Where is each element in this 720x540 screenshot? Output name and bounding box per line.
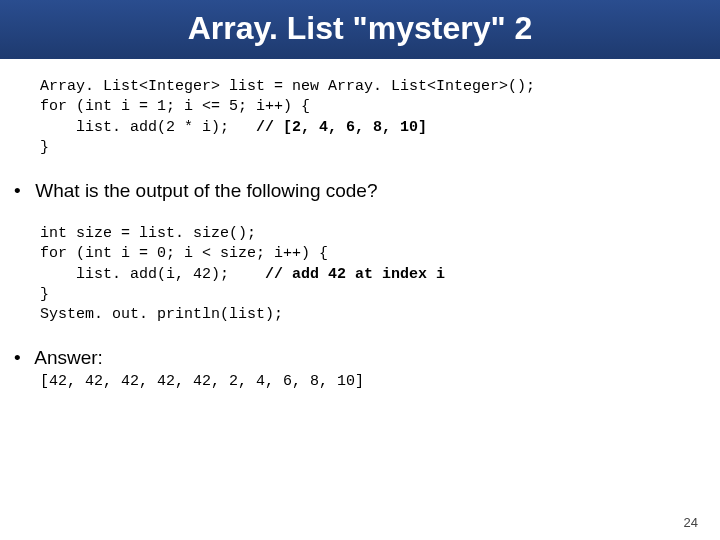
code2-line5: System. out. println(list); bbox=[40, 306, 283, 323]
bullet-icon: • bbox=[14, 347, 30, 369]
code-block-1: Array. List<Integer> list = new Array. L… bbox=[40, 77, 700, 158]
code-block-2: int size = list. size(); for (int i = 0;… bbox=[40, 224, 700, 325]
question-line: • What is the output of the following co… bbox=[14, 180, 720, 202]
page-number: 24 bbox=[684, 515, 698, 530]
code2-comment: // add 42 at index i bbox=[229, 266, 445, 283]
bullet-icon: • bbox=[14, 180, 30, 202]
slide-title: Array. List "mystery" 2 bbox=[0, 0, 720, 59]
code1-line3a: list. add(2 * i); bbox=[40, 119, 229, 136]
code1-line2: for (int i = 1; i <= 5; i++) { bbox=[40, 98, 310, 115]
code1-line1: Array. List<Integer> list = new Array. L… bbox=[40, 78, 535, 95]
code2-line3a: list. add(i, 42); bbox=[40, 266, 229, 283]
code2-line2: for (int i = 0; i < size; i++) { bbox=[40, 245, 328, 262]
code1-comment: // [2, 4, 6, 8, 10] bbox=[229, 119, 427, 136]
answer-line: • Answer: bbox=[14, 347, 720, 369]
answer-value: [42, 42, 42, 42, 42, 2, 4, 6, 8, 10] bbox=[40, 373, 720, 390]
code1-line4: } bbox=[40, 139, 49, 156]
code2-line4: } bbox=[40, 286, 49, 303]
question-text: What is the output of the following code… bbox=[30, 180, 378, 201]
answer-label-text: Answer: bbox=[30, 347, 103, 368]
code2-line1: int size = list. size(); bbox=[40, 225, 256, 242]
